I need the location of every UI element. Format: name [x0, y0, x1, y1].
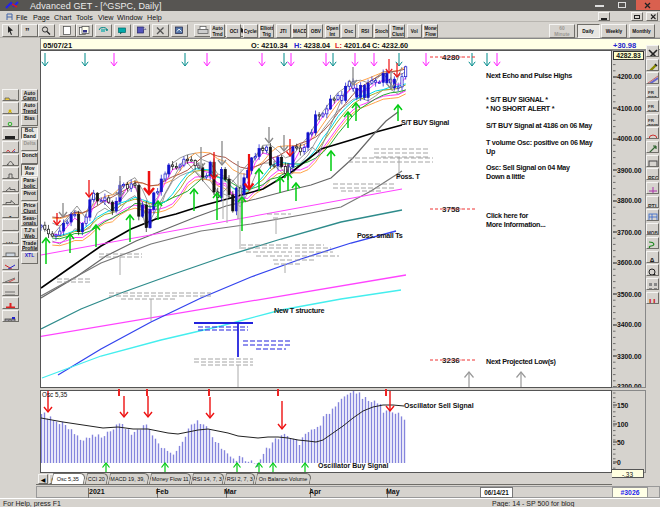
svg-text:3900.00: 3900.00	[617, 167, 642, 174]
svg-text:Click here for: Click here for	[486, 211, 528, 220]
svg-text:4200.00: 4200.00	[617, 73, 642, 80]
svg-text:100: 100	[617, 421, 629, 428]
svg-text:3400.00: 3400.00	[617, 321, 642, 328]
svg-text:Poss. small Ts: Poss. small Ts	[357, 231, 403, 240]
svg-text:RET: RET	[648, 95, 657, 98]
svg-text:MOB: MOB	[647, 231, 658, 235]
svg-text:Next Echo and Pulse Highs: Next Echo and Pulse Highs	[486, 71, 572, 80]
svg-text:* NO SHORT ALERT *: * NO SHORT ALERT *	[486, 104, 555, 113]
svg-text:EXT: EXT	[648, 109, 657, 112]
svg-text:More Information...: More Information...	[486, 220, 546, 229]
svg-text:0: 0	[617, 459, 621, 466]
svg-text:3500.00: 3500.00	[617, 291, 642, 298]
svg-text:3700.00: 3700.00	[617, 229, 642, 236]
svg-text:T volume Osc: positive on 06 M: T volume Osc: positive on 06 May	[486, 138, 593, 147]
svg-text:”: ”	[25, 26, 30, 36]
svg-text:Next Projected Low(s): Next Projected Low(s)	[486, 357, 556, 366]
svg-text:U: U	[649, 297, 656, 304]
svg-text:S/T BUY Signal at 4186 on 06 M: S/T BUY Signal at 4186 on 06 May	[486, 121, 592, 130]
svg-text:4100.00: 4100.00	[617, 105, 642, 112]
svg-text:150: 150	[617, 402, 629, 409]
svg-text:A: A	[649, 256, 655, 263]
svg-text:3600.00: 3600.00	[617, 259, 642, 266]
svg-text:3758: 3758	[442, 205, 460, 214]
svg-text:Down a little: Down a little	[486, 172, 525, 181]
svg-text:S/T BUY Signal: S/T BUY Signal	[401, 118, 449, 127]
svg-text:↕1: ↕1	[5, 215, 13, 218]
svg-text:÷X: ÷X	[5, 241, 14, 244]
svg-text:3800.00: 3800.00	[617, 197, 642, 204]
svg-text:Poss. T: Poss. T	[396, 172, 420, 181]
svg-text:3200.00: 3200.00	[617, 383, 642, 387]
svg-text:⟷▮: ⟷▮	[4, 229, 17, 231]
svg-text:3300.00: 3300.00	[617, 353, 642, 360]
svg-text:Up: Up	[486, 147, 496, 156]
svg-text:New T structure: New T structure	[274, 306, 324, 315]
svg-text:* S/T BUY SIGNAL *: * S/T BUY SIGNAL *	[486, 95, 548, 104]
svg-text:TIME: TIME	[648, 123, 659, 126]
svg-text:PTI: PTI	[648, 203, 657, 208]
svg-text:3236: 3236	[442, 356, 460, 365]
svg-text:4280: 4280	[442, 53, 460, 62]
svg-text:50: 50	[617, 439, 625, 446]
svg-text:4000.00: 4000.00	[617, 135, 642, 142]
svg-text:RESET: RESET	[4, 125, 17, 127]
svg-text:Osc: Sell Signal on 04 May: Osc: Sell Signal on 04 May	[486, 163, 570, 172]
svg-text:REG: REG	[648, 175, 659, 180]
